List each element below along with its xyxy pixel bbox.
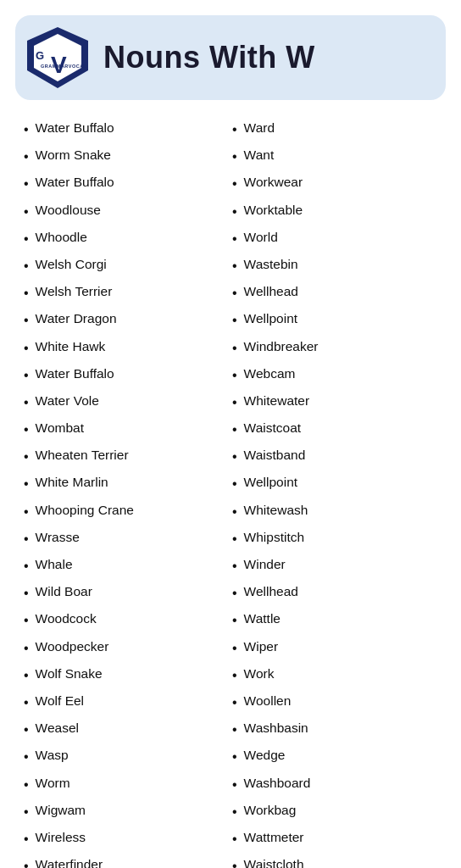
item-label: World: [244, 228, 278, 247]
bullet-icon: •: [232, 610, 237, 630]
bullet-icon: •: [232, 447, 237, 466]
list-item: •Wellhead: [230, 279, 439, 306]
bullet-icon: •: [24, 693, 29, 712]
bullet-icon: •: [232, 147, 237, 166]
list-item: •Wheaten Terrier: [22, 442, 230, 470]
list-item: •Weasel: [22, 715, 230, 743]
item-label: Welsh Corgi: [36, 255, 107, 274]
bullet-icon: •: [24, 747, 29, 766]
bullet-icon: •: [232, 856, 237, 868]
bullet-icon: •: [24, 392, 29, 412]
bullet-icon: •: [24, 638, 29, 658]
list-item: •Wellpoint: [230, 470, 439, 497]
item-label: Water Vole: [36, 392, 99, 410]
item-label: Wheaten Terrier: [36, 446, 129, 465]
bullet-icon: •: [232, 338, 237, 358]
item-label: Water Dragon: [36, 309, 117, 328]
item-label: Workwear: [244, 173, 303, 192]
item-label: Want: [244, 146, 275, 164]
bullet-icon: •: [232, 502, 237, 521]
list-item: •Wombat: [22, 415, 230, 442]
list-item: •Waistcloth: [230, 852, 439, 868]
bullet-icon: •: [24, 147, 29, 166]
bullet-icon: •: [232, 583, 237, 603]
list-item: •Whooping Crane: [22, 498, 230, 525]
item-label: Wedge: [244, 746, 286, 765]
list-item: •Workwear: [230, 170, 439, 197]
bullet-icon: •: [232, 474, 237, 493]
list-item: •Work: [230, 661, 439, 688]
item-label: Wolf Snake: [36, 665, 103, 683]
list-item: •Whale: [22, 552, 230, 579]
item-label: Welsh Terrier: [36, 282, 113, 301]
list-item: •White Hawk: [22, 334, 230, 361]
item-label: Whitewater: [244, 392, 310, 410]
list-item: •Wolf Eel: [22, 688, 230, 715]
list-item: •Wellhead: [230, 579, 439, 606]
list-item: •Whoodle: [22, 225, 230, 252]
right-column: •Ward•Want•Workwear•Worktable•World•Wast…: [230, 115, 439, 868]
bullet-icon: •: [24, 174, 29, 193]
left-column: •Water Buffalo•Worm Snake•Water Buffalo•…: [22, 115, 230, 868]
item-label: Whipstitch: [244, 528, 305, 547]
item-label: Wellpoint: [244, 309, 297, 328]
item-label: Workbag: [244, 801, 297, 820]
item-label: Webcam: [244, 364, 296, 383]
list-item: •Woollen: [230, 688, 439, 715]
list-item: •Worm: [22, 771, 230, 798]
item-label: Wellhead: [244, 282, 298, 301]
list-item: •Welsh Terrier: [22, 279, 230, 306]
list-item: •Wild Boar: [22, 579, 230, 606]
item-label: Wiper: [244, 637, 278, 656]
list-item: •Water Buffalo: [22, 361, 230, 388]
bullet-icon: •: [24, 802, 29, 821]
bullet-icon: •: [24, 447, 29, 466]
list-item: •White Marlin: [22, 470, 230, 497]
bullet-icon: •: [24, 720, 29, 739]
item-label: White Marlin: [36, 473, 108, 492]
list-item: •Woodlouse: [22, 198, 230, 225]
list-item: •Waistband: [230, 442, 439, 470]
item-label: Wasp: [36, 746, 69, 765]
logo-icon: G V GRAMMARVOCAB: [24, 24, 92, 92]
list-item: •World: [230, 225, 439, 252]
bullet-icon: •: [24, 120, 29, 139]
item-label: Washbasin: [244, 719, 308, 737]
list-item: •Woodpecker: [22, 634, 230, 661]
item-label: Washboard: [244, 774, 311, 793]
item-label: Wild Boar: [36, 582, 92, 601]
item-label: Wastebin: [244, 255, 298, 274]
bullet-icon: •: [24, 665, 29, 685]
list-item: •Wigwam: [22, 798, 230, 825]
list-item: •Welsh Corgi: [22, 252, 230, 279]
list-item: •Worm Snake: [22, 142, 230, 170]
list-item: •Wolf Snake: [22, 661, 230, 688]
list-item: •Wireless: [22, 825, 230, 852]
list-item: •Windbreaker: [230, 334, 439, 361]
item-label: Wattmeter: [244, 828, 304, 847]
bullet-icon: •: [24, 775, 29, 794]
bullet-icon: •: [24, 829, 29, 849]
item-label: Whale: [36, 555, 73, 574]
svg-text:GRAMMARVOCAB: GRAMMARVOCAB: [41, 64, 87, 69]
bullet-icon: •: [232, 829, 237, 849]
page-title: Nouns With W: [103, 40, 315, 75]
bullet-icon: •: [232, 283, 237, 303]
bullet-icon: •: [24, 556, 29, 576]
bullet-icon: •: [24, 529, 29, 548]
item-label: Whooping Crane: [36, 501, 134, 520]
list-item: •Water Buffalo: [22, 115, 230, 142]
bullet-icon: •: [232, 775, 237, 794]
bullet-icon: •: [232, 174, 237, 193]
item-label: Weasel: [36, 719, 79, 737]
list-item: •Wasp: [22, 743, 230, 770]
list-item: •Waistcoat: [230, 415, 439, 442]
list-item: •Water Dragon: [22, 306, 230, 333]
bullet-icon: •: [24, 310, 29, 330]
item-label: Wigwam: [36, 801, 86, 820]
bullet-icon: •: [232, 665, 237, 685]
list-item: •Workbag: [230, 798, 439, 825]
item-label: Wolf Eel: [36, 692, 84, 710]
item-label: Water Buffalo: [36, 173, 114, 192]
bullet-icon: •: [232, 693, 237, 712]
